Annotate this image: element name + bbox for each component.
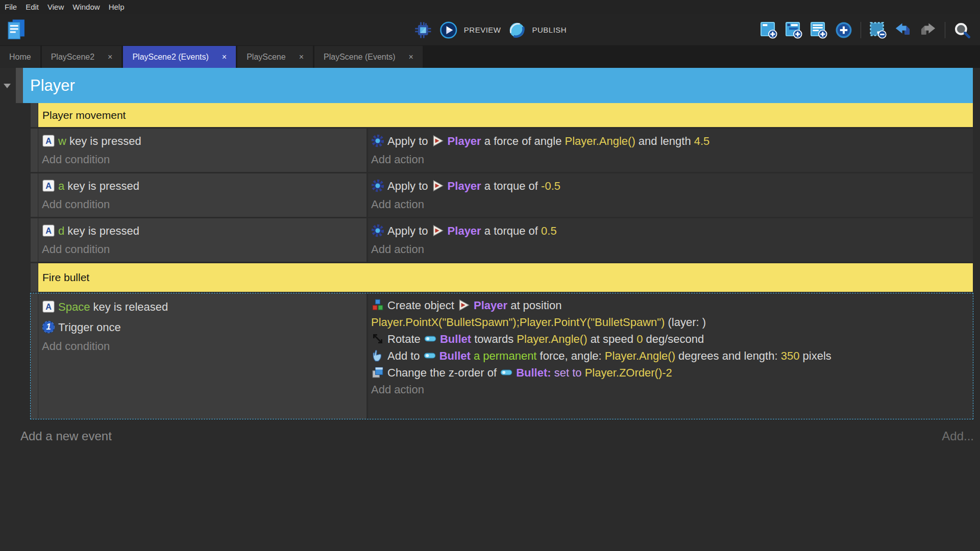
text-segment: 4.5 [694,135,710,147]
preview-button[interactable]: PREVIEW [439,20,501,40]
add-condition-button[interactable]: Add condition [42,338,362,355]
comment-row[interactable]: Fire bullet [31,263,973,292]
tab-playscene[interactable]: PlayScene× [237,46,313,68]
project-manager-icon[interactable] [5,18,28,41]
add-action-button[interactable]: Add action [371,240,969,259]
publish-button[interactable]: PUBLISH [507,20,567,40]
event-row[interactable]: Ad key is pressedAdd conditionApply to P… [31,218,973,262]
create-object-icon [371,298,384,312]
tab-playscene2-events[interactable]: PlayScene2 (Events)× [123,46,236,68]
condition-line[interactable]: Aa key is pressed [42,177,362,195]
text-segment: Create object [387,299,457,312]
action-line[interactable]: Change the z-order of Bullet: set to Pla… [371,364,969,381]
comment-row[interactable]: Player movement [31,103,973,127]
add-condition-button[interactable]: Add condition [42,151,362,169]
text-segment: 0.5 [541,224,557,237]
conditions-cell[interactable]: Aw key is pressedAdd condition [38,129,366,172]
gdevelop-window: FileEditViewWindowHelp PREVIEW PUBLISH H… [0,0,980,551]
redo-icon[interactable] [918,20,938,40]
close-icon[interactable]: × [409,53,413,61]
conditions-cell[interactable]: Aa key is pressedAdd condition [38,173,366,217]
event-drag-handle[interactable] [31,263,38,292]
event-rows: Player movementAw key is pressedAdd cond… [31,103,973,419]
text-segment: Change the z-order of [387,366,500,379]
condition-line[interactable]: Ad key is pressed [42,222,362,240]
event-row[interactable]: Aa key is pressedAdd conditionApply to P… [31,173,973,217]
condition-line[interactable]: 1Trigger once [42,317,362,338]
event-row[interactable]: ASpace key is released1Trigger onceAdd c… [31,293,973,419]
toolbar-right [759,14,972,46]
add-condition-button[interactable]: Add condition [42,195,362,214]
text-segment: Player.ZOrder()-2 [585,366,672,379]
select-remove-icon[interactable] [868,20,888,40]
close-icon[interactable]: × [108,53,112,61]
condition-line[interactable]: Aw key is pressed [42,132,362,151]
conditions-cell[interactable]: ASpace key is released1Trigger onceAdd c… [38,293,366,419]
comment-text: Fire bullet [42,271,89,284]
trigger-once-icon: 1 [42,320,55,333]
key-icon: A [42,134,55,147]
player-icon [431,224,445,237]
event-drag-handle[interactable] [31,173,38,217]
event-group-header[interactable]: Player [23,68,973,103]
menu-item-help[interactable]: Help [109,3,125,11]
event-drag-handle[interactable] [31,218,38,262]
close-icon[interactable]: × [299,53,304,61]
menu-item-view[interactable]: View [47,3,64,11]
action-line[interactable]: Add to Bullet a permanent force, angle: … [371,347,969,364]
event-drag-handle[interactable] [31,129,38,172]
add-circle-icon[interactable] [834,20,853,40]
chevron-down-icon[interactable] [4,84,11,88]
player-icon [431,134,445,147]
add-action-button[interactable]: Add action [371,381,969,398]
condition-line[interactable]: ASpace key is released [42,297,362,317]
text-segment: set to [554,366,585,379]
text-segment: Player.PointX("BulletSpawn");Player.Poin… [371,316,665,329]
action-line[interactable]: Apply to Player a torque of -0.5 [371,177,969,195]
menu-item-file[interactable]: File [5,3,17,11]
text-segment: a permanent [471,349,540,362]
debug-icon[interactable] [413,20,433,40]
add-action-button[interactable]: Add action [371,151,969,169]
action-line[interactable]: Rotate Bullet towards Player.Angle() at … [371,331,969,347]
events-footer: Add a new event Add... [20,429,974,443]
publish-icon [507,20,526,40]
event-row[interactable]: Aw key is pressedAdd conditionApply to P… [31,129,973,172]
tab-home[interactable]: Home [0,46,40,68]
toolbar-separator [861,22,861,38]
add-event-icon[interactable] [759,20,778,40]
tab-playscene-events[interactable]: PlayScene (Events)× [314,46,423,68]
menu-item-edit[interactable]: Edit [26,3,39,11]
search-icon[interactable] [952,20,972,40]
toolbar-center: PREVIEW PUBLISH [413,14,567,46]
undo-icon[interactable] [893,20,913,40]
actions-cell[interactable]: Create object Player at position Player.… [368,293,973,419]
add-new-event-button[interactable]: Add a new event [20,429,112,443]
event-group-row: Player [16,68,973,103]
gear-icon [371,179,384,192]
event-drag-handle[interactable] [31,293,38,419]
add-condition-button[interactable]: Add condition [42,240,362,259]
action-line[interactable]: Apply to Player a force of angle Player.… [371,132,969,151]
action-line[interactable]: Apply to Player a torque of 0.5 [371,222,969,240]
add-action-button[interactable]: Add action [371,195,969,214]
svg-text:A: A [45,226,52,235]
text-segment: Apply to [387,135,431,147]
text-segment: Player [448,180,481,192]
actions-cell[interactable]: Apply to Player a torque of 0.5Add actio… [368,218,973,262]
close-icon[interactable]: × [222,53,227,61]
event-drag-handle[interactable] [31,103,38,127]
text-segment: 0 [636,333,643,345]
action-line[interactable]: Create object Player at position Player.… [371,297,969,331]
add-subevent-icon[interactable] [784,20,803,40]
text-segment: Player [448,224,481,237]
add-comment-icon[interactable] [809,20,828,40]
text-segment: Player [474,299,507,312]
tab-bar: HomePlayScene2×PlayScene2 (Events)×PlayS… [0,46,980,68]
actions-cell[interactable]: Apply to Player a torque of -0.5Add acti… [368,173,973,217]
menu-item-window[interactable]: Window [72,3,100,11]
actions-cell[interactable]: Apply to Player a force of angle Player.… [368,129,973,172]
conditions-cell[interactable]: Ad key is pressedAdd condition [38,218,366,262]
add-more-button[interactable]: Add... [942,429,974,443]
tab-playscene2[interactable]: PlayScene2× [42,46,122,68]
